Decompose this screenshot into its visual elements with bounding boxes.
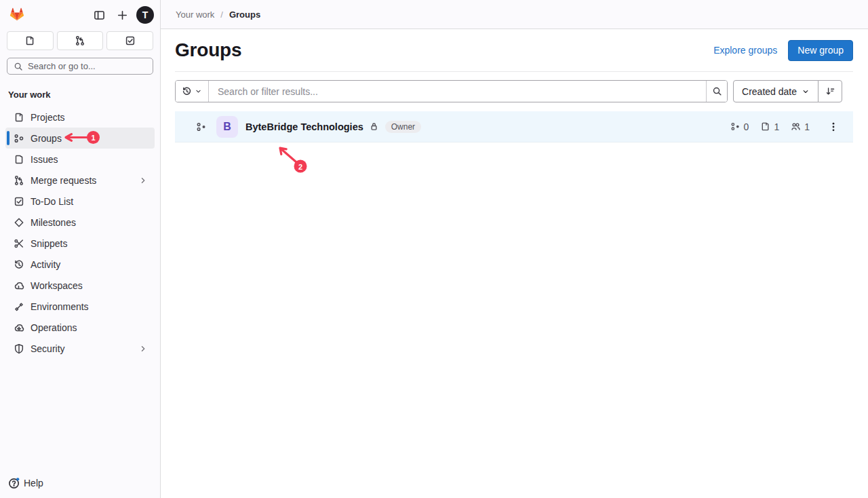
sidebar-item-milestones[interactable]: Milestones <box>5 212 155 233</box>
sidebar-nav: Projects Groups Issues Merge requests To… <box>0 104 160 362</box>
chevron-right-icon <box>138 176 148 185</box>
todo-check-icon <box>14 196 24 207</box>
user-avatar-letter: T <box>142 9 149 20</box>
sidebar-item-groups[interactable]: Groups <box>5 128 155 149</box>
shortcut-todo-button[interactable] <box>106 31 153 50</box>
page-title: Groups <box>175 39 241 61</box>
help-question-icon <box>8 477 20 489</box>
projects-count: 1 <box>774 121 779 132</box>
group-avatar-letter: B <box>223 121 231 133</box>
gitlab-logo-icon[interactable] <box>8 6 26 24</box>
security-shield-icon <box>14 343 24 354</box>
groups-icon <box>14 133 24 144</box>
sidebar-item-operations[interactable]: Operations <box>5 317 155 338</box>
sort-by-label: Created date <box>742 86 797 97</box>
sidebar-item-merge-requests[interactable]: Merge requests <box>5 170 155 191</box>
sidebar-item-activity[interactable]: Activity <box>5 254 155 275</box>
owner-badge: Owner <box>385 121 421 133</box>
sidebar-search[interactable]: Search or go to... <box>7 58 153 75</box>
new-group-button[interactable]: New group <box>788 40 853 61</box>
sidebar-topbar: T <box>0 0 160 30</box>
group-row[interactable]: B ByteBridge Technologies Owner 0 <box>175 111 853 142</box>
sidebar-item-label: Security <box>31 343 132 354</box>
sidebar-item-label: To-Do List <box>31 196 148 207</box>
breadcrumb-your-work[interactable]: Your work <box>176 9 214 20</box>
activity-history-icon <box>14 259 24 270</box>
filtered-search <box>175 80 728 102</box>
groups-list: B ByteBridge Technologies Owner 0 <box>175 111 853 142</box>
stat-projects: 1 <box>760 121 779 132</box>
shortcut-merge-requests-button[interactable] <box>57 31 104 50</box>
breadcrumb-bar: Your work / Groups <box>161 0 868 29</box>
sidebar-item-issues[interactable]: Issues <box>5 149 155 170</box>
private-lock-icon <box>369 121 379 132</box>
shortcut-issues-button[interactable] <box>7 31 54 50</box>
sidebar-item-security[interactable]: Security <box>5 338 155 359</box>
sort-by-dropdown[interactable]: Created date <box>733 80 818 102</box>
sidebar-item-environments[interactable]: Environments <box>5 296 155 317</box>
snippets-scissors-icon <box>14 238 24 249</box>
group-name-link[interactable]: ByteBridge Technologies <box>245 121 363 132</box>
subgroups-icon <box>730 121 741 132</box>
sort-direction-button[interactable] <box>818 80 842 102</box>
sidebar-item-label: Merge requests <box>31 175 132 186</box>
sidebar-item-label: Projects <box>31 112 148 123</box>
plus-icon <box>117 9 128 21</box>
create-new-button[interactable] <box>113 6 131 24</box>
header-divider <box>175 71 853 72</box>
breadcrumb-current: Groups <box>229 9 260 20</box>
search-icon <box>14 62 23 71</box>
sidebar-item-label: Issues <box>31 154 148 165</box>
members-count: 1 <box>804 121 810 132</box>
group-row-right: 0 1 1 <box>730 118 842 136</box>
sidebar-item-projects[interactable]: Projects <box>5 107 155 128</box>
chevron-down-icon <box>195 88 202 95</box>
explore-groups-link[interactable]: Explore groups <box>713 45 777 56</box>
sidebar-item-label: Workspaces <box>31 280 148 291</box>
merge-request-icon <box>14 175 24 186</box>
sidebar-item-label: Environments <box>31 301 148 312</box>
workspaces-cloud-icon <box>14 280 24 291</box>
filter-bar: Created date <box>175 80 853 102</box>
filter-search-input[interactable] <box>209 81 706 102</box>
sidebar-item-workspaces[interactable]: Workspaces <box>5 275 155 296</box>
subgroup-expand-icon[interactable] <box>195 121 208 133</box>
milestone-diamond-icon <box>14 217 24 228</box>
gitlab-app: T <box>0 0 868 498</box>
todo-check-icon <box>125 35 136 46</box>
history-icon <box>182 86 192 96</box>
sidebar-shortcuts <box>0 30 160 50</box>
group-actions-kebab-button[interactable] <box>825 118 842 136</box>
search-submit-button[interactable] <box>706 81 727 102</box>
sidebar-toggle-button[interactable] <box>90 6 108 24</box>
operations-cloud-gear-icon <box>14 322 24 333</box>
sidebar-item-todo-list[interactable]: To-Do List <box>5 191 155 212</box>
sort-controls: Created date <box>733 80 842 102</box>
sidebar-item-label: Groups <box>31 133 148 144</box>
sidebar: T <box>0 0 161 498</box>
header-actions: Explore groups New group <box>713 40 853 61</box>
group-avatar[interactable]: B <box>216 116 238 138</box>
environments-icon <box>14 301 24 312</box>
sidebar-search-placeholder: Search or go to... <box>28 61 96 71</box>
search-icon <box>712 86 722 96</box>
search-history-dropdown[interactable] <box>176 81 209 102</box>
sidebar-section-label: Your work <box>0 75 160 104</box>
page-header: Groups Explore groups New group <box>175 39 853 61</box>
help-label: Help <box>24 478 43 489</box>
panel-toggle-icon <box>94 9 105 21</box>
topbar-actions: T <box>90 6 154 24</box>
sort-descending-icon <box>825 86 835 96</box>
help-button[interactable]: Help <box>0 468 160 498</box>
issues-icon <box>24 35 35 46</box>
user-avatar[interactable]: T <box>136 6 154 24</box>
members-icon <box>791 121 801 132</box>
breadcrumb-separator: / <box>220 9 223 20</box>
stat-subgroups: 0 <box>730 121 749 132</box>
sidebar-item-snippets[interactable]: Snippets <box>5 233 155 254</box>
sidebar-item-label: Activity <box>31 259 148 270</box>
group-stats: 0 1 1 <box>730 121 810 132</box>
sidebar-item-label: Milestones <box>31 217 148 228</box>
merge-request-icon <box>75 35 85 46</box>
chevron-down-icon <box>802 88 810 96</box>
